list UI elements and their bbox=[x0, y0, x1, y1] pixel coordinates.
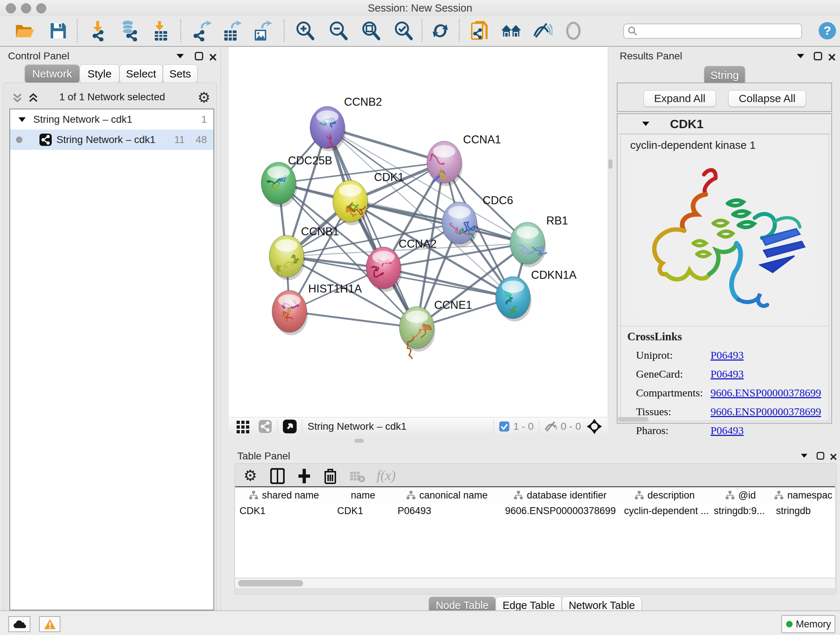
node-CCNB2[interactable]: CCNB2 bbox=[310, 96, 382, 151]
results-scrollbar-thumb[interactable] bbox=[618, 417, 649, 422]
table-cell[interactable]: cyclin-dependent ... bbox=[620, 503, 709, 518]
tab-style[interactable]: Style bbox=[80, 65, 119, 83]
zoom-out-button[interactable] bbox=[328, 20, 349, 41]
network-row-selected[interactable]: String Network – cdk1 11 48 bbox=[10, 130, 213, 150]
birds-eye-crosshair-icon[interactable] bbox=[587, 419, 602, 434]
help-button[interactable]: ? bbox=[817, 20, 838, 41]
string-network-graph[interactable]: CCNB2CCNA1CDC25BCDK1CDC6RB1CCNB1CCNA2CDK… bbox=[229, 47, 608, 417]
save-session-button[interactable] bbox=[48, 20, 69, 41]
crosslink-pharos[interactable]: P06493 bbox=[711, 424, 744, 437]
import-table-from-file-button[interactable] bbox=[150, 20, 172, 41]
node-CDC6[interactable]: CDC6 bbox=[442, 194, 513, 247]
tab-sets[interactable]: Sets bbox=[163, 65, 197, 83]
crosslink-compartments[interactable]: 9606.ENSP00000378699 bbox=[711, 386, 821, 399]
node-label-CDC25B: CDC25B bbox=[288, 154, 332, 167]
node-HIST1H1A[interactable]: HIST1H1A bbox=[272, 282, 362, 335]
results-panel-menu-icon[interactable] bbox=[796, 52, 805, 59]
crosslink-genecard[interactable]: P06493 bbox=[711, 368, 744, 380]
node-CDKN1A[interactable]: CDKN1A bbox=[496, 269, 576, 321]
crosslink-tissues[interactable]: 9606.ENSP00000378699 bbox=[711, 405, 821, 418]
export-table-button[interactable] bbox=[221, 20, 242, 41]
table-hscrollbar-track[interactable] bbox=[235, 578, 835, 588]
collapse-all-networks-icon[interactable] bbox=[11, 91, 24, 104]
share-document-button[interactable] bbox=[470, 20, 491, 41]
col-header-shared-name[interactable]: shared name bbox=[235, 487, 333, 503]
zoom-fit-button[interactable] bbox=[360, 20, 381, 41]
control-panel-float-icon[interactable] bbox=[195, 52, 203, 60]
tab-select[interactable]: Select bbox=[119, 65, 163, 83]
results-panel-float-icon[interactable] bbox=[813, 52, 822, 60]
import-network-from-file-button[interactable] bbox=[88, 20, 109, 41]
selected-checkbox-icon[interactable] bbox=[499, 421, 510, 432]
col-header-canonical-name[interactable]: canonical name bbox=[393, 487, 501, 503]
results-panel-close-icon[interactable]: ✕ bbox=[827, 51, 836, 64]
show-panel-button[interactable] bbox=[563, 20, 584, 41]
network-collection-row[interactable]: String Network – cdk1 1 bbox=[10, 109, 213, 130]
gene-header-row[interactable]: CDK1 bbox=[617, 114, 831, 134]
network-view-title: String Network – cdk1 bbox=[308, 421, 407, 432]
tab-network[interactable]: Network bbox=[25, 65, 80, 83]
table-cell[interactable]: stringdb:9... bbox=[709, 503, 772, 518]
vertical-splitter-handle[interactable] bbox=[608, 159, 613, 169]
collapse-all-button[interactable]: Collapse All bbox=[728, 90, 806, 107]
memory-button[interactable]: Memory bbox=[782, 615, 835, 633]
string-home-button[interactable] bbox=[501, 20, 522, 41]
toolbar-separator bbox=[77, 19, 78, 42]
crosslink-uniprot[interactable]: P06493 bbox=[711, 349, 744, 361]
network-status-dot bbox=[15, 136, 23, 144]
table-cell[interactable]: P06493 bbox=[393, 503, 501, 518]
expand-all-button[interactable]: Expand All bbox=[644, 90, 716, 107]
node-CCNA1[interactable]: CCNA1 bbox=[427, 133, 501, 186]
network-options-gear-icon[interactable]: ⚙ bbox=[197, 89, 210, 106]
table-cell[interactable]: stringdb bbox=[772, 503, 835, 518]
node-CCNE1[interactable]: CCNE1 bbox=[399, 299, 472, 359]
table-panel-menu-icon[interactable] bbox=[800, 453, 808, 458]
collection-expand-icon[interactable] bbox=[18, 116, 26, 123]
col-header-namespace[interactable]: namespac bbox=[772, 487, 835, 503]
table-cell[interactable]: CDK1 bbox=[235, 503, 333, 518]
table-panel-close-icon[interactable]: ✕ bbox=[829, 451, 837, 463]
control-panel-menu-icon[interactable] bbox=[176, 52, 185, 59]
search-icon bbox=[628, 26, 638, 36]
cloud-sync-button[interactable] bbox=[8, 616, 30, 632]
tab-string-results[interactable]: String bbox=[704, 66, 745, 85]
control-panel-close-icon[interactable]: ✕ bbox=[208, 51, 218, 64]
table-cell[interactable]: 9606.ENSP00000378699 bbox=[501, 503, 620, 518]
share-view-icon[interactable] bbox=[258, 420, 272, 433]
apply-layout-button[interactable] bbox=[430, 20, 451, 41]
col-header-id[interactable]: @id bbox=[709, 487, 772, 503]
search-input[interactable] bbox=[638, 25, 795, 37]
expand-all-networks-icon[interactable] bbox=[27, 91, 40, 104]
gene-collapse-icon[interactable] bbox=[641, 120, 650, 127]
hidden-eye-icon[interactable] bbox=[544, 420, 558, 432]
col-header-description[interactable]: description bbox=[620, 487, 710, 503]
table-cell[interactable]: CDK1 bbox=[333, 503, 393, 518]
node-RB1[interactable]: RB1 bbox=[510, 214, 568, 267]
table-delete-row-icon[interactable] bbox=[324, 468, 337, 484]
grid-view-icon[interactable] bbox=[236, 419, 250, 434]
hide-panel-button[interactable] bbox=[532, 20, 553, 41]
export-network-button[interactable] bbox=[191, 20, 212, 41]
network-view-canvas[interactable]: CCNB2CCNA1CDC25BCDK1CDC6RB1CCNB1CCNA2CDK… bbox=[229, 47, 608, 417]
export-image-button[interactable] bbox=[252, 20, 273, 41]
import-network-from-database-button[interactable] bbox=[118, 20, 139, 41]
edge-CCNB2-CCNE1[interactable] bbox=[327, 127, 417, 328]
table-gear-icon[interactable]: ⚙ bbox=[243, 467, 257, 485]
col-header-name[interactable]: name bbox=[333, 487, 393, 503]
table-columns-icon[interactable] bbox=[270, 468, 285, 484]
table-panel-float-icon[interactable] bbox=[816, 452, 824, 460]
open-session-button[interactable] bbox=[14, 20, 35, 41]
node-label-RB1: RB1 bbox=[546, 214, 568, 227]
edge-HIST1H1A-CCNE1[interactable] bbox=[289, 311, 417, 328]
zoom-in-button[interactable] bbox=[294, 20, 316, 41]
search-field[interactable] bbox=[623, 24, 802, 39]
zoom-selected-button[interactable] bbox=[393, 20, 414, 41]
warnings-button[interactable] bbox=[39, 616, 60, 632]
node-label-CCNA2: CCNA2 bbox=[399, 238, 437, 250]
table-hscrollbar-thumb[interactable] bbox=[238, 580, 303, 586]
col-header-database-identifier[interactable]: database identifier bbox=[501, 487, 620, 503]
shared-column-icon bbox=[406, 491, 416, 500]
detach-view-icon[interactable] bbox=[283, 419, 297, 434]
horizontal-splitter-handle[interactable] bbox=[355, 439, 364, 443]
table-add-icon[interactable] bbox=[297, 468, 311, 484]
